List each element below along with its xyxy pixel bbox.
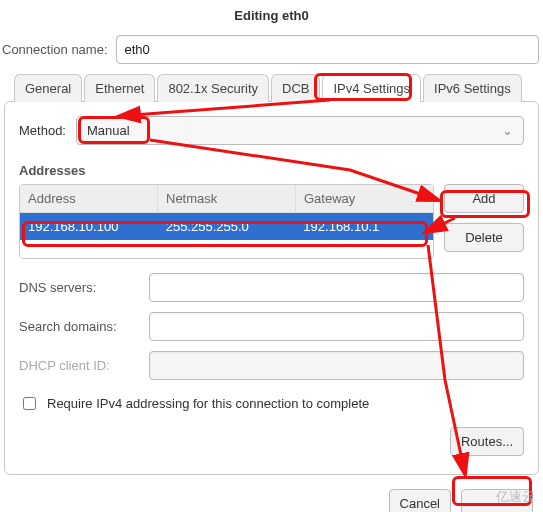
- method-combobox[interactable]: Manual ⌄: [76, 116, 524, 145]
- table-row[interactable]: 192.168.10.100 255.255.255.0 192.168.10.…: [20, 213, 433, 240]
- col-address[interactable]: Address: [20, 185, 158, 212]
- cell-address[interactable]: 192.168.10.100: [20, 213, 158, 240]
- add-button[interactable]: Add: [444, 184, 524, 213]
- watermark: 亿速云: [496, 488, 535, 506]
- addresses-title: Addresses: [19, 163, 524, 178]
- search-domains-row: Search domains:: [19, 312, 524, 341]
- connection-name-row: Connection name:: [0, 31, 543, 74]
- cancel-button[interactable]: Cancel: [389, 489, 451, 512]
- tab-dcb[interactable]: DCB: [271, 74, 320, 102]
- tab-ipv6-settings[interactable]: IPv6 Settings: [423, 74, 522, 102]
- delete-button[interactable]: Delete: [444, 223, 524, 252]
- addresses-header: Address Netmask Gateway: [20, 185, 433, 213]
- watermark-text: 亿速云: [496, 489, 535, 504]
- search-domains-label: Search domains:: [19, 319, 139, 334]
- ipv4-settings-pane: Method: Manual ⌄ Addresses Address Netma…: [4, 101, 539, 475]
- tab-ethernet[interactable]: Ethernet: [84, 74, 155, 102]
- form-grid: DNS servers: Search domains: DHCP client…: [19, 273, 524, 380]
- addresses-area: Address Netmask Gateway 192.168.10.100 2…: [19, 184, 524, 259]
- table-empty-space: [20, 240, 433, 258]
- dialog-footer: Cancel Save: [0, 475, 543, 512]
- col-gateway[interactable]: Gateway: [296, 185, 433, 212]
- method-row: Method: Manual ⌄: [19, 116, 524, 145]
- dns-servers-input[interactable]: [149, 273, 524, 302]
- dhcp-client-id-row: DHCP client ID:: [19, 351, 524, 380]
- cell-gateway[interactable]: 192.168.10.1: [295, 213, 433, 240]
- chevron-down-icon: ⌄: [502, 123, 513, 138]
- dns-servers-label: DNS servers:: [19, 280, 139, 295]
- cell-netmask[interactable]: 255.255.255.0: [158, 213, 296, 240]
- require-ipv4-row: Require IPv4 addressing for this connect…: [19, 394, 524, 413]
- connection-name-label: Connection name:: [2, 42, 108, 57]
- window-title: Editing eth0: [0, 0, 543, 31]
- method-value: Manual: [87, 123, 130, 138]
- addresses-table[interactable]: Address Netmask Gateway 192.168.10.100 2…: [19, 184, 434, 259]
- tab-8021x-security[interactable]: 802.1x Security: [157, 74, 269, 102]
- tab-bar: General Ethernet 802.1x Security DCB IPv…: [0, 74, 543, 102]
- routes-row: Routes...: [19, 427, 524, 456]
- dns-servers-row: DNS servers:: [19, 273, 524, 302]
- method-label: Method:: [19, 123, 66, 138]
- tab-general[interactable]: General: [14, 74, 82, 102]
- require-ipv4-checkbox[interactable]: [23, 397, 36, 410]
- search-domains-input[interactable]: [149, 312, 524, 341]
- dhcp-client-id-label: DHCP client ID:: [19, 358, 139, 373]
- connection-name-input[interactable]: [116, 35, 539, 64]
- address-side-buttons: Add Delete: [444, 184, 524, 252]
- col-netmask[interactable]: Netmask: [158, 185, 296, 212]
- tab-ipv4-settings[interactable]: IPv4 Settings: [322, 74, 421, 102]
- routes-button[interactable]: Routes...: [450, 427, 524, 456]
- dhcp-client-id-input: [149, 351, 524, 380]
- require-ipv4-label: Require IPv4 addressing for this connect…: [47, 396, 369, 411]
